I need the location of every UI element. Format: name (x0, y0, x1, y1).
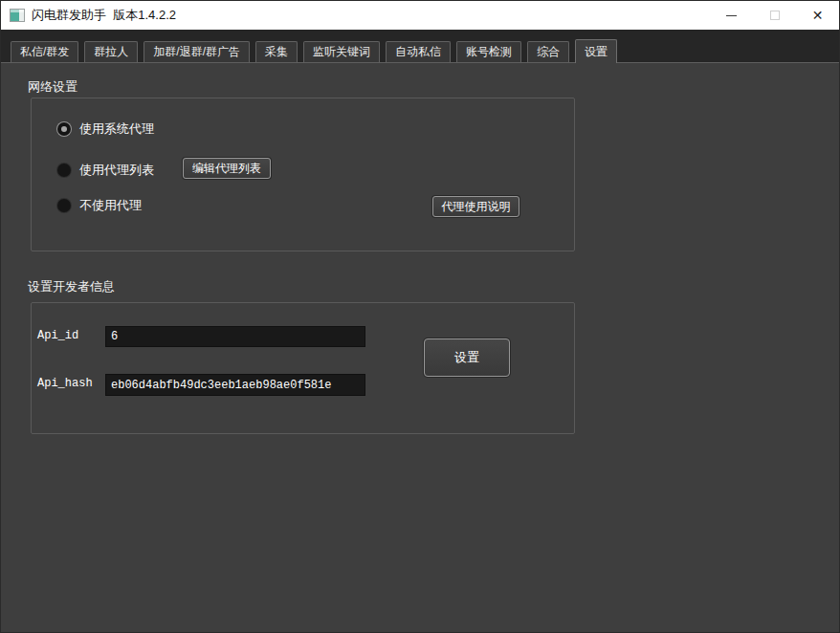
close-button[interactable]: ✕ (796, 1, 839, 30)
proxy-help-button[interactable]: 代理使用说明 (432, 196, 519, 217)
radio-icon (57, 199, 71, 212)
tab-join-quit-group-ads[interactable]: 加群/退群/群广告 (144, 41, 250, 62)
radio-label: 不使用代理 (79, 197, 142, 214)
tab-keyword-monitor[interactable]: 监听关键词 (303, 41, 380, 62)
network-settings-label: 网络设置 (28, 78, 77, 96)
api-hash-input[interactable] (105, 374, 365, 396)
radio-label: 使用代理列表 (79, 162, 154, 179)
window-controls: ✕ (710, 1, 839, 30)
minimize-button[interactable] (710, 1, 753, 30)
radio-icon (57, 164, 71, 177)
api-id-input[interactable] (105, 326, 365, 347)
tab-account-check[interactable]: 账号检测 (456, 41, 521, 62)
tab-strip: 私信/群发 群拉人 加群/退群/群广告 采集 监听关键词 自动私信 账号检测 综… (1, 30, 839, 62)
app-icon (10, 9, 25, 22)
api-id-label: Api_id (37, 329, 78, 342)
radio-label: 使用系统代理 (79, 120, 154, 138)
radio-icon (57, 122, 71, 136)
maximize-button[interactable] (753, 1, 796, 30)
tab-general[interactable]: 综合 (527, 41, 569, 62)
minimize-icon (726, 15, 737, 16)
radio-option-no-proxy[interactable]: 不使用代理 (57, 198, 142, 212)
maximize-icon (770, 11, 780, 20)
tab-private-mass-send[interactable]: 私信/群发 (11, 41, 78, 62)
close-icon: ✕ (812, 9, 824, 22)
tab-bar: 私信/群发 群拉人 加群/退群/群广告 采集 监听关键词 自动私信 账号检测 综… (11, 39, 623, 62)
set-button[interactable]: 设置 (424, 338, 510, 377)
radio-option-system-proxy[interactable]: 使用系统代理 (57, 121, 154, 136)
window-title: 闪电群发助手 版本1.4.2.2 (32, 7, 176, 24)
developer-info-label: 设置开发者信息 (28, 278, 115, 295)
tab-collect[interactable]: 采集 (255, 41, 298, 62)
title-bar: 闪电群发助手 版本1.4.2.2 ✕ (1, 1, 839, 30)
edit-proxy-list-button[interactable]: 编辑代理列表 (183, 158, 271, 179)
tab-settings[interactable]: 设置 (575, 39, 617, 63)
tab-group-invite[interactable]: 群拉人 (84, 41, 138, 62)
app-window: 闪电群发助手 版本1.4.2.2 ✕ 私信/群发 群拉人 加群/退群/群广告 采… (0, 0, 840, 633)
tab-auto-private-message[interactable]: 自动私信 (386, 41, 451, 62)
radio-option-proxy-list[interactable]: 使用代理列表 (57, 163, 154, 177)
api-hash-label: Api_hash (37, 377, 93, 390)
